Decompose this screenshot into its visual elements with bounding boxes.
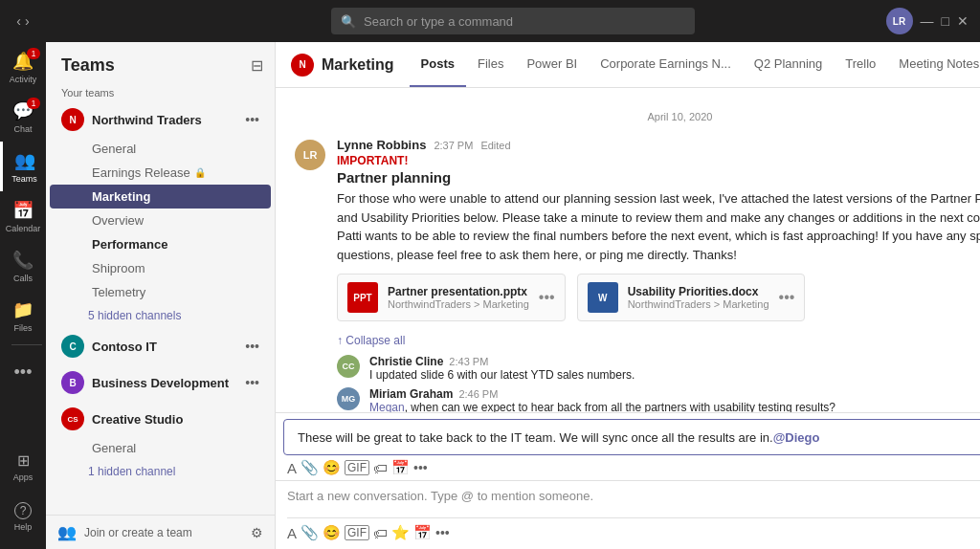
files-icon: 📁 xyxy=(12,299,33,320)
channel-shiproom-label: Shiproom xyxy=(92,261,145,275)
compose-more-icon[interactable]: ••• xyxy=(413,460,428,475)
msg-title: Partner planning xyxy=(337,169,980,186)
msg-avatar-lynne: LR xyxy=(295,140,325,170)
compose-sticker-icon[interactable]: 🏷 xyxy=(373,460,388,476)
compose-emoji-icon[interactable]: 😊 xyxy=(323,459,341,476)
forward-icon[interactable]: › xyxy=(25,13,30,29)
reply-text-miriam: Megan, when can we expect to hear back f… xyxy=(369,401,980,412)
team-bizdev-more-icon[interactable]: ••• xyxy=(241,373,263,392)
mention-megan: Megan xyxy=(369,401,405,412)
sidebar-item-calendar[interactable]: 📅 Calendar xyxy=(0,191,46,241)
back-icon[interactable]: ‹ xyxy=(16,13,21,29)
tab-files[interactable]: Files xyxy=(466,42,515,87)
channel-creative-general[interactable]: General xyxy=(50,436,271,460)
team-contoso-icon: C xyxy=(61,335,84,358)
msg-text: For those who were unable to attend our … xyxy=(337,189,980,264)
channel-earnings-release[interactable]: Earnings Release 🔒 xyxy=(50,161,271,185)
close-button[interactable]: ✕ xyxy=(957,13,969,29)
tab-notes[interactable]: Meeting Notes xyxy=(887,42,980,87)
tab-posts[interactable]: Posts xyxy=(410,42,466,87)
msg-edited-lynne: Edited xyxy=(480,140,510,151)
channel-performance[interactable]: Performance xyxy=(50,232,271,256)
sidebar-item-activity[interactable]: 1 🔔 Activity xyxy=(0,42,46,92)
newconvo-format-icon[interactable]: A xyxy=(287,525,297,541)
channel-telemetry[interactable]: Telemetry xyxy=(50,280,271,304)
team-creative-header[interactable]: CS Creative Studio xyxy=(50,402,271,436)
your-teams-label: Your teams xyxy=(46,83,275,102)
calendar-icon: 📅 xyxy=(12,200,33,221)
search-box[interactable]: 🔍 Search or type a command xyxy=(331,8,695,34)
sidebar-item-more[interactable]: ••• xyxy=(0,347,46,397)
sidebar-item-apps[interactable]: ⊞ Apps xyxy=(0,442,46,492)
newconvo-emoji-icon[interactable]: 😊 xyxy=(323,524,341,541)
channel-general-label: General xyxy=(92,142,136,156)
reply-name-christie: Christie Cline xyxy=(369,355,443,368)
team-northwind-icon: N xyxy=(61,108,84,131)
attachment-pptx-more-icon[interactable]: ••• xyxy=(539,289,555,306)
pptx-icon: PPT xyxy=(347,282,378,313)
channel-telemetry-label: Telemetry xyxy=(92,285,145,299)
hidden-channels-creative[interactable]: 1 hidden channel xyxy=(46,460,275,483)
compose-schedule-icon[interactable]: 📅 xyxy=(391,459,410,476)
user-avatar[interactable]: LR xyxy=(886,8,913,34)
msg-time-lynne: 2:37 PM xyxy=(434,140,473,151)
channel-overview-label: Overview xyxy=(92,213,144,228)
join-team-label: Join or create a team xyxy=(84,526,192,539)
channel-shiproom[interactable]: Shiproom xyxy=(50,256,271,280)
channel-marketing-label: Marketing xyxy=(92,189,150,204)
channel-marketing[interactable]: Marketing xyxy=(50,185,271,209)
tab-q2[interactable]: Q2 Planning xyxy=(743,42,835,87)
maximize-button[interactable]: □ xyxy=(942,13,949,29)
compose-typing-text: These will be great to take back to the … xyxy=(298,430,773,445)
newconvo-praise-icon[interactable]: ⭐ xyxy=(391,524,410,541)
channel-overview[interactable]: Overview xyxy=(50,209,271,232)
new-convo-input[interactable]: Start a new conversation. Type @ to ment… xyxy=(287,489,980,512)
join-team-button[interactable]: 👥 Join or create a team ⚙ xyxy=(46,515,275,549)
team-northwind-more-icon[interactable]: ••• xyxy=(241,110,263,129)
attachment-pptx-name: Partner presentation.pptx xyxy=(388,285,529,298)
sidebar-item-help[interactable]: ? Help xyxy=(0,492,46,541)
hidden-channels-northwind[interactable]: 5 hidden channels xyxy=(46,304,275,327)
attachment-docx-more-icon[interactable]: ••• xyxy=(779,289,795,306)
msg-name-lynne: Lynne Robbins xyxy=(337,138,426,152)
lock-icon: 🔒 xyxy=(194,167,206,178)
sidebar-title: Teams xyxy=(61,55,115,76)
date-divider: April 10, 2020 xyxy=(295,111,980,122)
compose-format-icon[interactable]: A xyxy=(287,460,297,476)
settings-icon[interactable]: ⚙ xyxy=(251,525,263,540)
team-contoso-header[interactable]: C Contoso IT ••• xyxy=(50,329,271,363)
reply-text-christie: I updated slide 6 with our latest YTD sa… xyxy=(369,368,980,382)
search-placeholder: Search or type a command xyxy=(364,14,513,29)
team-northwind-header[interactable]: N Northwind Traders ••• xyxy=(50,102,271,137)
calls-icon: 📞 xyxy=(12,250,33,271)
tab-earnings[interactable]: Corporate Earnings N... xyxy=(589,42,743,87)
newconvo-more-icon[interactable]: ••• xyxy=(435,525,450,540)
reply-time-christie: 2:43 PM xyxy=(449,356,488,367)
channel-general[interactable]: General xyxy=(50,137,271,161)
team-bizdev-header[interactable]: B Business Development ••• xyxy=(50,365,271,400)
attachment-docx[interactable]: W Usability Priorities.docx NorthwindTra… xyxy=(577,274,806,321)
team-bizdev-name: Business Development xyxy=(92,376,241,390)
newconvo-gif-icon[interactable]: GIF xyxy=(345,525,369,540)
attachment-docx-path: NorthwindTraders > Marketing xyxy=(628,298,769,310)
sidebar-item-calls[interactable]: 📞 Calls xyxy=(0,241,46,291)
filter-icon[interactable]: ⊟ xyxy=(251,56,263,75)
attachment-pptx[interactable]: PPT Partner presentation.pptx NorthwindT… xyxy=(337,274,566,321)
tab-powerbi[interactable]: Power BI xyxy=(515,42,589,87)
newconvo-attach-icon[interactable]: 📎 xyxy=(301,524,319,541)
team-northwind-name: Northwind Traders xyxy=(92,113,241,127)
newconvo-schedule-icon[interactable]: 📅 xyxy=(413,524,432,541)
sidebar-item-teams[interactable]: 👥 Teams xyxy=(0,142,46,191)
sidebar-item-chat[interactable]: 1 💬 Chat xyxy=(0,92,46,142)
team-contoso-more-icon[interactable]: ••• xyxy=(241,337,263,356)
newconvo-sticker-icon[interactable]: 🏷 xyxy=(373,525,388,541)
compose-attach-icon[interactable]: 📎 xyxy=(301,459,319,476)
reply-christie: CC Christie Cline 2:43 PM I updated slid… xyxy=(337,355,980,382)
compose-gif-icon[interactable]: GIF xyxy=(345,460,369,475)
search-icon: 🔍 xyxy=(341,14,356,29)
tab-trello[interactable]: Trello xyxy=(834,42,887,87)
collapse-link[interactable]: ↑ Collapse all xyxy=(337,334,405,347)
reply-avatar-miriam: MG xyxy=(337,387,360,410)
minimize-button[interactable]: — xyxy=(921,13,934,29)
sidebar-item-files[interactable]: 📁 Files xyxy=(0,291,46,340)
